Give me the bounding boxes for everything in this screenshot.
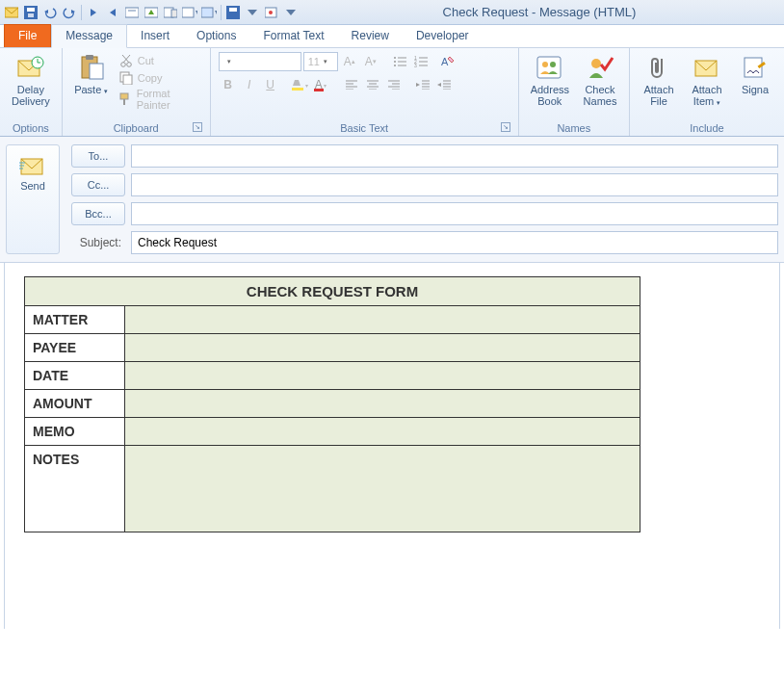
align-right-button[interactable] [384, 75, 404, 94]
form-value-notes[interactable] [125, 446, 640, 532]
chevron-down-icon: ▾ [717, 99, 720, 106]
paste-button[interactable]: Paste ▾ [70, 52, 113, 99]
tab-file[interactable]: File [4, 24, 51, 47]
form-value-matter[interactable] [125, 306, 640, 334]
form-value-memo[interactable] [125, 418, 640, 446]
attach-file-button[interactable]: Attach File [638, 52, 680, 109]
clear-formatting-button[interactable]: A [438, 52, 457, 71]
quick-access-toolbar [4, 5, 299, 20]
address-book-button[interactable]: Address Book [527, 52, 573, 109]
tab-developer[interactable]: Developer [403, 25, 483, 47]
cc-field[interactable] [131, 173, 778, 196]
qat-btn-3[interactable] [163, 5, 178, 20]
align-left-button[interactable] [342, 75, 361, 94]
qat-save2-icon[interactable] [225, 5, 241, 20]
qat-dropdown-3[interactable] [245, 5, 260, 20]
qat-btn-1[interactable] [124, 5, 140, 20]
qat-dropdown-1[interactable] [182, 5, 197, 20]
form-value-amount[interactable] [125, 390, 640, 418]
to-field[interactable] [131, 144, 778, 168]
bullets-button[interactable] [390, 52, 409, 71]
group-basic-text: ▾ 11▾ A▴ A▾ 123 A B I U ▾ A▾ [211, 48, 519, 136]
tab-format-text[interactable]: Format Text [249, 25, 337, 47]
to-button[interactable]: To... [71, 144, 125, 168]
svg-rect-13 [171, 10, 177, 17]
format-painter-button[interactable]: Format Painter [118, 87, 202, 112]
group-label-options: Options [8, 120, 54, 134]
subject-field[interactable] [131, 231, 778, 254]
highlight-button[interactable]: ▾ [290, 75, 309, 94]
italic-button[interactable]: I [240, 75, 259, 94]
svg-line-33 [123, 55, 130, 63]
bcc-field[interactable] [131, 202, 778, 225]
format-painter-icon [118, 91, 133, 107]
group-label-names: Names [527, 120, 621, 134]
underline-button[interactable]: U [261, 75, 280, 94]
subject-label: Subject: [71, 236, 125, 249]
decrease-indent-button[interactable] [413, 75, 432, 94]
send-button[interactable]: Send [6, 144, 60, 254]
group-label-include: Include [638, 120, 776, 134]
bcc-button[interactable]: Bcc... [71, 202, 125, 225]
bold-button[interactable]: B [219, 75, 238, 94]
svg-line-34 [122, 55, 129, 63]
svg-point-32 [126, 63, 131, 67]
attach-item-button[interactable]: Attach Item ▾ [686, 52, 728, 111]
cc-button[interactable]: Cc... [71, 173, 125, 196]
svg-text:3: 3 [414, 63, 417, 67]
font-color-button[interactable]: A▾ [311, 75, 330, 94]
next-item-icon[interactable] [105, 5, 120, 20]
qat-btn-4[interactable] [264, 5, 279, 20]
previous-item-icon[interactable] [86, 5, 101, 20]
svg-marker-17 [215, 11, 217, 14]
delay-delivery-icon [15, 54, 46, 81]
delay-delivery-button[interactable]: Delay Delivery [8, 52, 54, 109]
font-size-combo[interactable]: 11▾ [303, 52, 338, 71]
check-request-table: CHECK REQUEST FORM MATTER PAYEE DATE AMO… [24, 276, 640, 532]
save-icon[interactable] [23, 5, 39, 20]
tab-review[interactable]: Review [338, 25, 403, 47]
increase-indent-button[interactable] [434, 75, 454, 94]
svg-marker-20 [248, 10, 257, 15]
qat-dropdown-2[interactable] [201, 5, 217, 20]
tab-insert[interactable]: Insert [127, 25, 183, 47]
svg-rect-52 [292, 88, 303, 91]
svg-point-31 [120, 63, 125, 67]
redo-icon[interactable] [62, 5, 77, 20]
signature-button[interactable]: Signa [734, 52, 776, 97]
shrink-font-button[interactable]: A▾ [361, 52, 380, 71]
qat-divider-2 [221, 5, 222, 20]
group-label-clipboard: Clipboard↘ [70, 120, 202, 134]
form-label-date: DATE [25, 362, 125, 390]
undo-icon[interactable] [42, 5, 58, 20]
group-label-basic-text: Basic Text↘ [219, 120, 510, 134]
grow-font-button[interactable]: A▴ [340, 52, 359, 71]
check-names-icon [585, 54, 615, 81]
svg-rect-37 [120, 93, 128, 99]
cut-button[interactable]: Cut [118, 52, 202, 69]
form-label-notes: NOTES [25, 446, 125, 532]
tab-message[interactable]: Message [51, 24, 127, 48]
form-value-date[interactable] [125, 362, 640, 390]
form-label-matter: MATTER [25, 306, 125, 334]
clipboard-dialog-launcher[interactable]: ↘ [193, 122, 202, 132]
svg-rect-29 [86, 55, 93, 60]
form-value-payee[interactable] [125, 334, 640, 362]
numbering-button[interactable]: 123 [411, 52, 431, 71]
tab-options[interactable]: Options [183, 25, 249, 47]
address-book-icon [535, 54, 565, 81]
copy-icon [118, 70, 134, 86]
group-include: Attach File Attach Item ▾ Signa Include [630, 48, 784, 136]
qat-btn-2[interactable] [144, 5, 159, 20]
message-body[interactable]: CHECK REQUEST FORM MATTER PAYEE DATE AMO… [4, 263, 780, 629]
message-header: Send To... Cc... Bcc... Subject: [0, 137, 784, 263]
align-center-button[interactable] [363, 75, 382, 94]
svg-rect-19 [229, 8, 237, 12]
basic-text-dialog-launcher[interactable]: ↘ [501, 122, 510, 132]
copy-button[interactable]: Copy [118, 69, 202, 87]
app-icon [4, 5, 19, 20]
qat-customize-icon[interactable] [283, 5, 299, 20]
svg-marker-7 [110, 9, 116, 16]
font-name-combo[interactable]: ▾ [219, 52, 301, 71]
check-names-button[interactable]: Check Names [579, 52, 621, 109]
